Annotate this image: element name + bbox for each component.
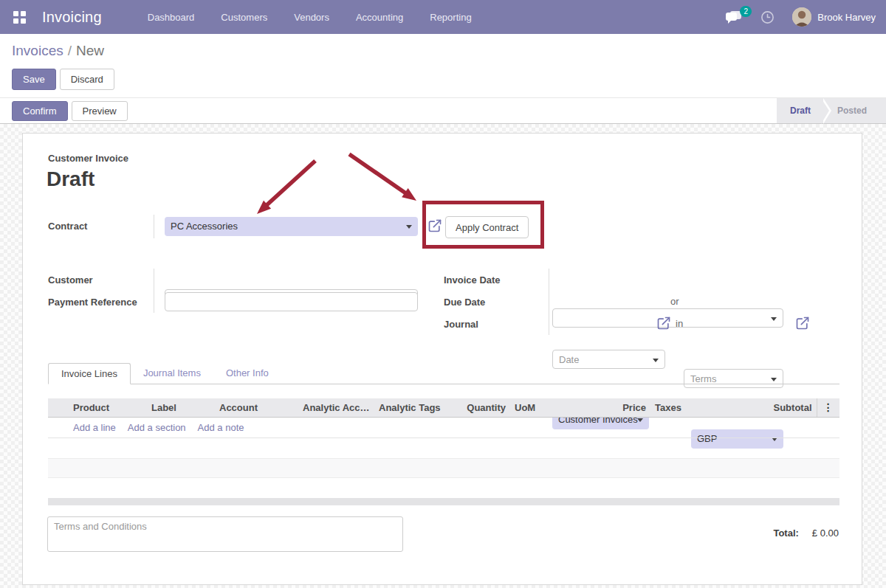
- user-name: Brook Harvey: [817, 12, 876, 23]
- status-pipeline: Draft Posted: [777, 98, 886, 123]
- column-drag-handle: [48, 398, 69, 417]
- empty-table-row: [48, 478, 839, 498]
- total-value: £ 0.00: [812, 528, 839, 539]
- invoicing-app: Invoicing Dashboard Customers Vendors Ac…: [0, 0, 886, 588]
- add-a-line-link[interactable]: Add a line: [73, 422, 116, 433]
- contract-select[interactable]: PC Accessories: [165, 217, 418, 236]
- column-quantity[interactable]: Quantity: [453, 398, 510, 417]
- apply-contract-button[interactable]: Apply Contract: [445, 216, 529, 238]
- form-view-background: Customer Invoice Draft Contract PC Acces…: [0, 124, 886, 588]
- payment-reference-label: Payment Reference: [48, 292, 137, 312]
- column-product[interactable]: Product: [69, 398, 147, 417]
- column-price[interactable]: Price: [597, 398, 650, 417]
- nav-item-customers[interactable]: Customers: [219, 9, 269, 26]
- control-panel: Invoices/New Save Discard: [0, 34, 886, 97]
- column-analytic-tags[interactable]: Analytic Tags: [374, 398, 453, 417]
- journal-label: Journal: [444, 314, 478, 334]
- draft-state-title: Draft: [47, 167, 95, 191]
- nav-item-accounting[interactable]: Accounting: [354, 9, 405, 26]
- nav-item-dashboard[interactable]: Dashboard: [146, 9, 196, 26]
- table-footer-separator: [48, 498, 839, 505]
- breadcrumb-invoices-link[interactable]: Invoices: [12, 43, 63, 58]
- nav-item-vendors[interactable]: Vendors: [292, 9, 331, 26]
- breadcrumb-separator: /: [68, 43, 72, 58]
- tab-invoice-lines[interactable]: Invoice Lines: [48, 363, 131, 384]
- column-account[interactable]: Account: [215, 398, 298, 417]
- breadcrumb: Invoices/New: [12, 43, 874, 59]
- column-uom[interactable]: UoM: [510, 398, 597, 417]
- discard-button[interactable]: Discard: [60, 69, 114, 90]
- confirm-button[interactable]: Confirm: [12, 101, 68, 121]
- column-subtotal[interactable]: Subtotal: [746, 398, 817, 417]
- payment-reference-input[interactable]: [165, 292, 418, 311]
- main-menu: Dashboard Customers Vendors Accounting R…: [146, 9, 473, 26]
- table-add-row: Add a line Add a section Add a note: [48, 417, 839, 438]
- nav-item-reporting[interactable]: Reporting: [428, 9, 473, 26]
- or-text: or: [670, 292, 679, 311]
- top-navbar: Invoicing Dashboard Customers Vendors Ac…: [0, 0, 886, 34]
- preview-button[interactable]: Preview: [72, 101, 128, 121]
- activities-icon[interactable]: [760, 10, 775, 24]
- invoice-lines-table: Product Label Account Analytic Acc… Anal…: [48, 398, 839, 418]
- terms-and-conditions-textarea[interactable]: [47, 516, 403, 552]
- apps-grid-icon[interactable]: [13, 11, 26, 24]
- total-row: Total: £ 0.00: [773, 528, 839, 539]
- due-date-label: Due Date: [444, 292, 485, 312]
- label-separator: [154, 269, 154, 313]
- total-label: Total:: [773, 528, 798, 539]
- notebook-tabs: Invoice Lines Journal Items Other Info: [48, 363, 839, 384]
- chevron-down-icon: [653, 359, 659, 362]
- add-a-note-link[interactable]: Add a note: [198, 422, 244, 433]
- empty-table-row: [48, 458, 839, 478]
- invoice-date-label: Invoice Date: [444, 270, 501, 290]
- tab-other-info[interactable]: Other Info: [213, 363, 281, 384]
- contract-label: Contract: [48, 216, 87, 236]
- statusbar-row: Confirm Preview Draft Posted: [0, 97, 886, 124]
- label-separator: [549, 269, 549, 335]
- label-separator: [154, 215, 154, 238]
- invoice-sheet: Customer Invoice Draft Contract PC Acces…: [22, 133, 862, 585]
- empty-table-row: [48, 438, 839, 458]
- document-type-label: Customer Invoice: [48, 153, 128, 164]
- clock-icon: [760, 10, 775, 24]
- column-analytic-account[interactable]: Analytic Acc…: [298, 398, 374, 417]
- breadcrumb-current: New: [76, 43, 104, 58]
- customer-label: Customer: [48, 270, 93, 290]
- optional-columns-icon[interactable]: ⋮: [817, 398, 839, 417]
- save-button[interactable]: Save: [12, 69, 56, 90]
- messages-count-badge: 2: [740, 6, 752, 17]
- user-menu[interactable]: Brook Harvey: [792, 7, 876, 27]
- in-text: in: [676, 314, 683, 333]
- chevron-down-icon: [406, 225, 412, 229]
- column-taxes[interactable]: Taxes: [650, 398, 746, 417]
- tab-journal-items[interactable]: Journal Items: [131, 363, 213, 384]
- journal-external-link-icon[interactable]: [656, 316, 671, 331]
- chevron-down-icon: [771, 317, 777, 321]
- contract-external-link-icon[interactable]: [427, 218, 442, 233]
- messages-icon[interactable]: 2: [725, 10, 743, 24]
- app-title[interactable]: Invoicing: [42, 9, 102, 26]
- avatar: [792, 7, 811, 27]
- navbar-right: 2 Brook Harvey: [725, 7, 876, 27]
- status-step-draft[interactable]: Draft: [777, 98, 821, 123]
- column-label[interactable]: Label: [147, 398, 215, 417]
- currency-external-link-icon[interactable]: [795, 316, 810, 331]
- add-a-section-link[interactable]: Add a section: [128, 422, 186, 433]
